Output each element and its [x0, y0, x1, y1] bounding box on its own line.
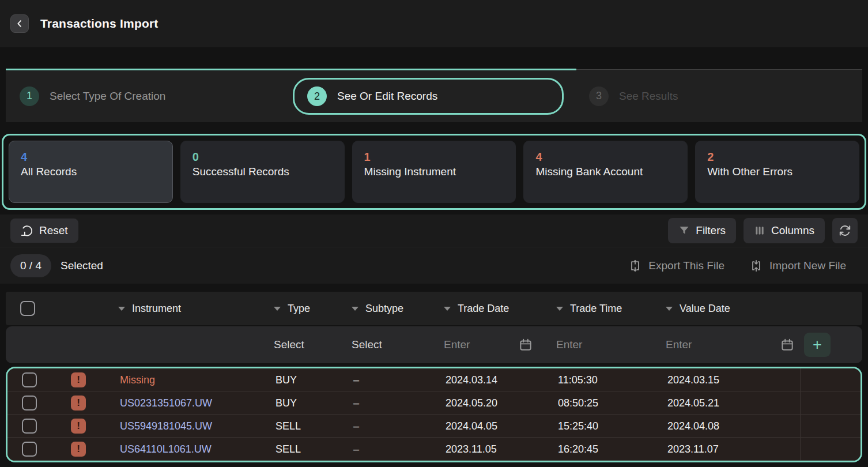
filter-trade-time-input[interactable]: Enter: [550, 326, 660, 363]
columns-icon: [754, 225, 765, 236]
trade-time-cell: 08:50:25: [552, 397, 662, 409]
stat-label: Missing Bank Account: [535, 165, 675, 178]
value-date-cell: 2023.11.07: [662, 443, 800, 455]
import-label: Import New File: [769, 259, 846, 272]
subtype-cell: –: [348, 397, 440, 409]
trade-date-cell: 2023.11.05: [440, 443, 552, 455]
table-row[interactable]: ! Missing BUY – 2024.03.14 11:05:30 2024…: [7, 368, 861, 391]
step-1-label: Select Type Of Creation: [50, 90, 165, 103]
columns-label: Columns: [771, 224, 814, 237]
stat-label: Successful Records: [193, 165, 333, 178]
select-all-checkbox[interactable]: [20, 301, 35, 316]
caret-down-icon: [666, 307, 673, 311]
subtype-cell: –: [348, 374, 440, 386]
subtype-cell: –: [348, 420, 440, 432]
caret-down-icon: [444, 307, 451, 311]
caret-down-icon: [352, 307, 358, 311]
instrument-cell[interactable]: Missing: [114, 374, 270, 386]
plus-icon: +: [813, 337, 822, 353]
table-row[interactable]: ! US0231351067.UW BUY – 2024.05.20 08:50…: [7, 391, 861, 415]
selection-row: 0 / 4 Selected Export This File Import N…: [0, 247, 868, 284]
topbar: Transactions Import: [0, 0, 868, 47]
stat-label: With Other Errors: [707, 165, 847, 178]
back-button[interactable]: [10, 14, 29, 33]
table-body: ! Missing BUY – 2024.03.14 11:05:30 2024…: [7, 368, 861, 461]
stat-card-missing-instrument[interactable]: 1 Missing Instrument: [352, 141, 516, 203]
row-checkbox[interactable]: [22, 442, 37, 457]
table-row[interactable]: ! US64110L1061.UW SELL – 2023.11.05 16:2…: [7, 438, 861, 461]
step-see-or-edit-records-active[interactable]: 2 See Or Edit Records: [293, 78, 564, 115]
column-label: Type: [288, 303, 310, 315]
column-header-type[interactable]: Type: [268, 303, 346, 315]
caret-down-icon: [274, 307, 281, 311]
filter-type-select[interactable]: Select: [268, 326, 346, 363]
import-icon: [750, 259, 763, 272]
instrument-cell[interactable]: US64110L1061.UW: [114, 443, 270, 455]
row-checkbox[interactable]: [22, 419, 37, 434]
filters-label: Filters: [696, 224, 726, 237]
row-end-spacer: [800, 391, 861, 415]
instrument-cell[interactable]: US0231351067.UW: [114, 397, 270, 409]
filter-value-date-input[interactable]: Enter: [666, 338, 692, 351]
column-label: Subtype: [365, 303, 403, 315]
selected-count-badge: 0 / 4: [10, 254, 51, 277]
table-row[interactable]: ! US5949181045.UW SELL – 2024.04.05 15:2…: [7, 415, 861, 438]
stat-card-with-other-errors[interactable]: 2 With Other Errors: [695, 141, 859, 203]
type-cell: BUY: [270, 374, 348, 386]
step-see-results[interactable]: 3 See Results: [589, 70, 678, 122]
stat-card-missing-bank-account[interactable]: 4 Missing Bank Account: [523, 141, 688, 203]
trade-time-cell: 11:05:30: [552, 374, 662, 386]
reset-label: Reset: [39, 224, 68, 237]
step-3-circle: 3: [589, 86, 609, 106]
trade-time-cell: 15:25:40: [552, 420, 662, 432]
table-filters-row: Select Select Enter Enter Enter +: [6, 326, 862, 363]
value-date-cell: 2024.03.15: [662, 374, 800, 386]
column-header-trade-time[interactable]: Trade Time: [550, 303, 660, 315]
columns-button[interactable]: Columns: [744, 218, 825, 243]
stat-card-successful-records[interactable]: 0 Successful Records: [180, 141, 345, 203]
type-cell: SELL: [270, 420, 348, 432]
step-1-circle: 1: [20, 86, 39, 106]
instrument-cell[interactable]: US5949181045.UW: [114, 420, 270, 432]
export-icon: [629, 259, 641, 272]
add-row-button[interactable]: +: [804, 333, 831, 357]
error-exclamation-icon[interactable]: !: [71, 419, 86, 434]
error-exclamation-icon[interactable]: !: [71, 396, 86, 410]
stat-label: All Records: [21, 165, 161, 178]
rotate-ccw-icon: [21, 224, 33, 237]
step-select-type[interactable]: 1 Select Type Of Creation: [20, 70, 165, 122]
stats-highlight-outline: 4 All Records 0 Successful Records 1 Mis…: [2, 134, 866, 210]
refresh-button[interactable]: [832, 218, 858, 243]
row-checkbox[interactable]: [22, 372, 37, 387]
transactions-import-page: Transactions Import 1 Select Type Of Cre…: [0, 0, 868, 467]
column-header-trade-date[interactable]: Trade Date: [438, 303, 550, 315]
import-new-file-button[interactable]: Import New File: [750, 259, 846, 272]
value-date-cell: 2024.04.08: [662, 420, 800, 432]
error-exclamation-icon[interactable]: !: [71, 372, 86, 387]
stepper: 1 Select Type Of Creation 2 See Or Edit …: [6, 69, 862, 122]
toolbar: Reset Filters Columns: [0, 214, 868, 284]
reset-button[interactable]: Reset: [10, 219, 78, 243]
column-label: Value Date: [680, 303, 730, 315]
calendar-icon[interactable]: [518, 337, 533, 352]
filter-trade-date-input[interactable]: Enter: [444, 338, 470, 351]
error-exclamation-icon[interactable]: !: [71, 442, 86, 457]
export-this-file-button[interactable]: Export This File: [629, 259, 724, 272]
column-header-value-date[interactable]: Value Date: [660, 303, 798, 315]
selected-label: Selected: [61, 259, 103, 272]
records-table: Instrument Type Subtype Trade Date Trade…: [6, 292, 862, 462]
caret-down-icon: [556, 307, 563, 311]
stats-row: 4 All Records 0 Successful Records 1 Mis…: [9, 141, 859, 203]
row-end-spacer: [800, 438, 861, 461]
funnel-icon: [678, 225, 690, 236]
stat-card-all-records[interactable]: 4 All Records: [9, 141, 173, 203]
value-date-cell: 2024.05.21: [662, 397, 800, 409]
filters-button[interactable]: Filters: [668, 218, 736, 243]
stat-value: 2: [707, 150, 847, 164]
filter-subtype-select[interactable]: Select: [346, 326, 438, 363]
stat-value: 4: [535, 150, 675, 164]
column-header-instrument[interactable]: Instrument: [112, 303, 268, 315]
column-header-subtype[interactable]: Subtype: [346, 303, 438, 315]
calendar-icon[interactable]: [780, 337, 795, 352]
row-checkbox[interactable]: [22, 396, 37, 410]
